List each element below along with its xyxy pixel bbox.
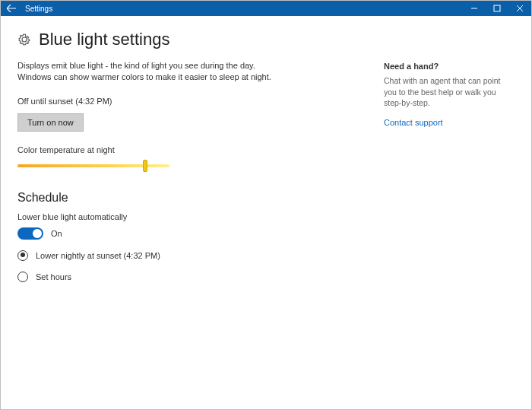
radio-option-set-hours[interactable]: Set hours: [17, 272, 283, 282]
color-temp-label: Color temperature at night: [17, 145, 283, 154]
page-description: Displays emit blue light - the kind of l…: [17, 60, 283, 83]
minimize-button[interactable]: [463, 1, 486, 16]
arrow-left-icon: [7, 5, 16, 12]
titlebar: Settings: [1, 1, 531, 16]
page-body: Blue light settings Displays emit blue l…: [1, 16, 531, 409]
contact-support-link[interactable]: Contact support: [384, 118, 443, 127]
window-title: Settings: [22, 5, 52, 13]
radio-option-sunset[interactable]: Lower nightly at sunset (4:32 PM): [17, 250, 283, 261]
toggle-knob: [33, 229, 42, 238]
svg-rect-1: [494, 5, 500, 11]
radio-icon: [17, 250, 28, 261]
turn-on-button[interactable]: Turn on now: [17, 113, 84, 132]
maximize-button[interactable]: [486, 1, 508, 16]
help-heading: Need a hand?: [384, 62, 513, 71]
page-header: Blue light settings: [17, 30, 515, 49]
auto-lower-toggle[interactable]: [17, 227, 43, 240]
back-button[interactable]: [1, 1, 22, 16]
maximize-icon: [493, 5, 501, 12]
schedule-heading: Schedule: [17, 191, 283, 205]
help-text: Chat with an agent that can point you to…: [384, 75, 513, 109]
radio-label: Set hours: [36, 272, 71, 281]
auto-lower-label: Lower blue light automatically: [17, 212, 283, 221]
gear-icon: [17, 33, 31, 46]
color-temp-slider[interactable]: [17, 161, 169, 171]
page-title: Blue light settings: [39, 30, 169, 49]
close-button[interactable]: [508, 1, 531, 16]
close-icon: [516, 5, 524, 12]
status-text: Off until sunset (4:32 PM): [17, 97, 283, 106]
radio-label: Lower nightly at sunset (4:32 PM): [36, 251, 160, 260]
slider-thumb[interactable]: [143, 160, 147, 172]
help-sidebar: Need a hand? Chat with an agent that can…: [384, 62, 513, 129]
settings-window: Settings Blue light settings Displays em…: [0, 0, 532, 410]
main-column: Displays emit blue light - the kind of l…: [17, 60, 283, 282]
radio-icon: [17, 272, 28, 282]
minimize-icon: [470, 5, 478, 12]
toggle-state-label: On: [51, 229, 62, 238]
